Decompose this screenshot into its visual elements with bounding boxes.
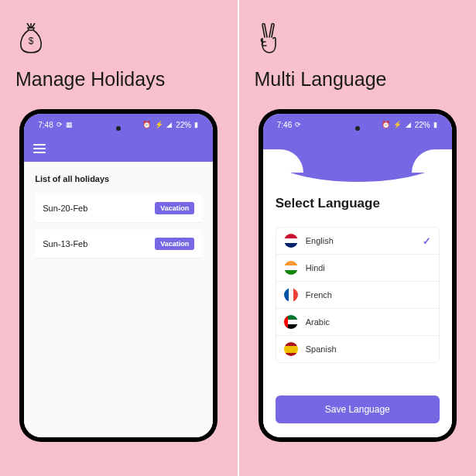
language-name: French [306,290,431,300]
holiday-row[interactable]: Sun-13-Feb Vacation [35,230,202,258]
language-row-french[interactable]: French [276,282,439,309]
holiday-row[interactable]: Sun-20-Feb Vacation [35,194,202,222]
language-row-english[interactable]: English ✓ [276,228,439,255]
flag-en-icon [284,234,298,248]
holiday-date: Sun-20-Feb [43,204,87,213]
status-battery: 22% [176,121,191,129]
save-language-button[interactable]: Save Language [276,396,440,423]
language-row-hindi[interactable]: Hindi [276,255,439,282]
language-name: Spanish [306,344,431,354]
check-icon: ✓ [423,235,431,247]
wave-header [263,135,452,182]
app-bar [24,135,213,162]
svg-text:$: $ [29,36,34,46]
status-time: 7:46 [277,121,292,129]
phone-mockup-right: 7:46⟳ ⏰ ⚡ ◢22%▮ Select Language English … [259,109,457,442]
panel-title: Manage Holidays [15,68,165,91]
language-content: Select Language English ✓ Hindi French [263,182,452,437]
panel-manage-holidays: $ Manage Holidays 7:48⟳ ▦ ⏰ ⚡ ◢22%▮ List… [0,0,238,476]
holiday-badge: Vacation [155,202,194,214]
language-name: Arabic [306,317,431,327]
select-language-heading: Select Language [276,196,440,211]
hamburger-icon[interactable] [33,144,46,153]
language-row-spanish[interactable]: Spanish [276,336,439,362]
flag-ae-icon [284,315,298,329]
panel-title: Multi Language [255,68,387,91]
language-name: English [306,236,423,245]
status-bar: 7:48⟳ ▦ ⏰ ⚡ ◢22%▮ [24,114,213,135]
language-name: Hindi [306,263,431,272]
status-battery: 22% [415,121,430,129]
language-row-arabic[interactable]: Arabic [276,309,439,336]
holidays-content: List of all holidays Sun-20-Feb Vacation… [24,162,213,437]
flag-fr-icon [284,288,298,302]
flag-es-icon [284,342,298,356]
language-list: English ✓ Hindi French Arabic [276,227,440,363]
status-bar: 7:46⟳ ⏰ ⚡ ◢22%▮ [263,114,452,135]
panel-multi-language: Multi Language 7:46⟳ ⏰ ⚡ ◢22%▮ Select La… [239,0,477,476]
holiday-date: Sun-13-Feb [43,239,87,248]
peace-hand-icon [256,22,281,57]
phone-mockup-left: 7:48⟳ ▦ ⏰ ⚡ ◢22%▮ List of all holidays S… [19,109,217,442]
flag-in-icon [284,261,298,275]
money-bag-icon: $ [17,22,45,57]
holiday-badge: Vacation [155,238,194,250]
status-time: 7:48 [38,121,53,129]
list-heading: List of all holidays [35,174,202,183]
